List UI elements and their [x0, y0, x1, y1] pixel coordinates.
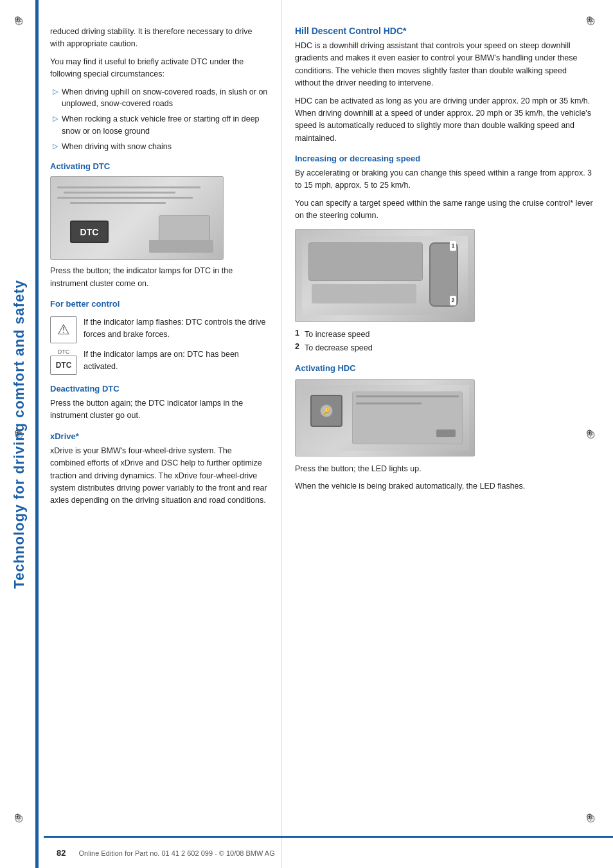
hdc-speed-image: 1 2 — [295, 229, 475, 322]
bullet-list: ▷ When driving uphill on snow-covered ro… — [50, 86, 269, 153]
bullet-text-1: When driving uphill on snow-covered road… — [62, 86, 269, 111]
control-row-1: ⚠ If the indicator lamp flashes: DTC con… — [50, 316, 269, 343]
hdc-heading: Hill Descent Control HDC* — [295, 26, 594, 36]
hdc-detail-text: HDC can be activated as long as you are … — [295, 95, 594, 145]
num-text-1: To increase speed — [305, 329, 369, 341]
intro-text: reduced driving stability. It is therefo… — [50, 26, 269, 51]
bullet-text-2: When rocking a stuck vehicle free or sta… — [62, 113, 269, 138]
right-column: Hill Descent Control HDC* HDC is a downh… — [281, 0, 613, 868]
bullet-item-2: ▷ When rocking a stuck vehicle free or s… — [50, 113, 269, 138]
num-label-1: 1 — [295, 329, 299, 338]
dtc-label-box: DTC DTC — [50, 348, 77, 375]
sidebar-title: Technology for driving comfort and safet… — [11, 280, 28, 589]
dtc-button: DTC — [70, 221, 109, 243]
dtc-small-label: DTC — [58, 348, 70, 355]
warning-icon-box: ⚠ — [50, 316, 77, 343]
activating-hdc-text2: When the vehicle is being braked automat… — [295, 480, 594, 493]
warning-triangle-icon: ⚠ — [57, 321, 70, 338]
bullet-item-3: ▷ When driving with snow chains — [50, 141, 269, 153]
bullet-arrow-2: ▷ — [53, 114, 58, 123]
numbered-list: 1 To increase speed 2 To decrease speed — [295, 329, 594, 355]
bullet-text-3: When driving with snow chains — [62, 141, 172, 153]
control-text-2: If the indicator lamps are on: DTC has b… — [84, 348, 269, 373]
increasing-speed-text2: You can specify a target speed within th… — [295, 197, 594, 222]
num-label-2: 2 — [295, 342, 299, 351]
xdrive-text: xDrive is your BMW's four-wheel-drive sy… — [50, 445, 269, 507]
increasing-speed-heading: Increasing or decreasing speed — [295, 154, 594, 163]
page: ⊕ ⊕ ⊕ ⊕ ⊕ ⊕ Technology for driving comfo… — [0, 0, 613, 868]
dtc-caption: Press the button; the indicator lamps fo… — [50, 265, 269, 290]
activating-hdc-heading: Activating HDC — [295, 363, 594, 373]
bullet-item-1: ▷ When driving uphill on snow-covered ro… — [50, 86, 269, 111]
page-number: 82 — [57, 848, 66, 858]
activating-hdc-text1: Press the button; the LED lights up. — [295, 463, 594, 475]
for-better-control-heading: For better control — [50, 299, 269, 309]
xdrive-heading: xDrive* — [50, 431, 269, 441]
main-content: reduced driving stability. It is therefo… — [44, 0, 613, 868]
footer-text: Online Edition for Part no. 01 41 2 602 … — [78, 849, 274, 857]
sidebar: Technology for driving comfort and safet… — [0, 0, 39, 868]
bullet-arrow-3: ▷ — [53, 142, 58, 150]
num-text-2: To decrease speed — [305, 342, 373, 354]
left-column: reduced driving stability. It is therefo… — [44, 0, 281, 868]
activating-dtc-heading: Activating DTC — [50, 161, 269, 171]
control-text-1: If the indicator lamp flashes: DTC contr… — [84, 316, 269, 341]
deactivating-dtc-text: Press the button again; the DTC indicato… — [50, 397, 269, 422]
control-row-2: DTC DTC If the indicator lamps are on: D… — [50, 348, 269, 375]
footer: 82 Online Edition for Part no. 01 41 2 6… — [44, 836, 613, 868]
bullet-arrow-1: ▷ — [53, 87, 58, 96]
dtc-image: DTC — [50, 176, 224, 260]
numbered-item-1: 1 To increase speed — [295, 329, 594, 341]
dtc-intro-text: You may find it useful to briefly activa… — [50, 56, 269, 81]
activating-hdc-image: 🔑 — [295, 379, 475, 457]
deactivating-dtc-heading: Deactivating DTC — [50, 384, 269, 393]
dtc-bordered-box: DTC — [50, 356, 77, 375]
control-section: ⚠ If the indicator lamp flashes: DTC con… — [50, 316, 269, 375]
hdc-intro-text: HDC is a downhill driving assistant that… — [295, 40, 594, 90]
increasing-speed-text1: By accelerating or braking you can chang… — [295, 167, 594, 192]
numbered-item-2: 2 To decrease speed — [295, 342, 594, 354]
